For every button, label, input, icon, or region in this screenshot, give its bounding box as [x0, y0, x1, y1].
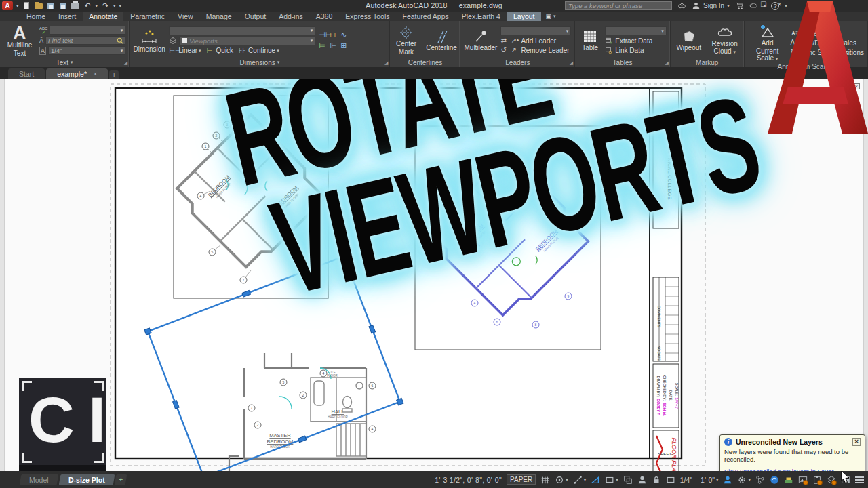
- hardware-acceleration-icon[interactable]: [770, 475, 779, 485]
- sign-in-dropdown-icon[interactable]: ▾: [727, 3, 730, 9]
- sign-in-button[interactable]: Sign In ▾: [692, 1, 730, 10]
- dim-style-combo[interactable]: ▾: [169, 26, 315, 35]
- file-tab-example[interactable]: example* ×: [46, 68, 108, 79]
- layout-tab-dsize-plot[interactable]: D-size Plot: [58, 474, 115, 485]
- drawing-canvas[interactable]: RENTON TECHNICAL COLLEGE COMMENTS NO DAT…: [0, 79, 868, 471]
- text-style-combo[interactable]: ▾: [50, 26, 125, 35]
- paper-model-toggle[interactable]: PAPER: [507, 474, 536, 485]
- help-dropdown-icon[interactable]: ▾: [785, 3, 787, 9]
- grid-display-icon[interactable]: [540, 475, 550, 485]
- redo-dropdown-icon[interactable]: ▾: [113, 3, 116, 9]
- panel-centerlines-label[interactable]: Centerlines: [390, 58, 460, 67]
- viewport-lock-icon[interactable]: [623, 475, 633, 485]
- clean-screen-icon[interactable]: [841, 475, 850, 485]
- dim-layer-combo[interactable]: Viewports ▾: [179, 37, 315, 45]
- panel-text-launcher-icon[interactable]: ◢: [124, 60, 127, 66]
- open-file-icon[interactable]: [35, 2, 43, 10]
- tab-manage[interactable]: Manage: [200, 12, 238, 21]
- close-button[interactable]: ×: [778, 1, 782, 8]
- new-layout-button[interactable]: +: [115, 474, 127, 485]
- annotation-scale-sync-icon[interactable]: [723, 475, 732, 485]
- table-style-combo[interactable]: ▾: [605, 26, 667, 35]
- annotation-monitor-icon[interactable]: [755, 475, 765, 485]
- revision-cloud-button[interactable]: Revision Cloud ▾: [710, 25, 740, 56]
- app-menu-button[interactable]: A: [2, 1, 13, 10]
- file-tab-close-icon[interactable]: ×: [94, 70, 97, 77]
- undo-dropdown-icon[interactable]: ▾: [96, 3, 98, 9]
- panel-tables-label[interactable]: Tables: [575, 58, 670, 67]
- linear-button[interactable]: ⊢⊣Linear▾: [169, 47, 201, 55]
- save-icon[interactable]: [47, 2, 56, 10]
- tab-view[interactable]: View: [172, 12, 199, 21]
- tab-insert[interactable]: Insert: [52, 12, 82, 21]
- ribbon-collapse-dropdown-icon[interactable]: ▾: [553, 14, 556, 19]
- app-menu-dropdown-icon[interactable]: ▾: [16, 3, 19, 9]
- tab-express-tools[interactable]: Express Tools: [339, 12, 395, 21]
- workspace-switching-control[interactable]: ▾: [737, 475, 751, 485]
- customization-menu-icon[interactable]: [855, 476, 864, 483]
- panel-text-label[interactable]: Text▾: [0, 58, 129, 67]
- leader-collect-icon[interactable]: ⇄: [500, 37, 509, 45]
- add-leader-button[interactable]: ⇄ ↗• Add Leader: [500, 37, 571, 45]
- link-data-button[interactable]: Link Data: [605, 46, 667, 54]
- panel-markup-label[interactable]: Markup: [671, 58, 744, 67]
- multileader-button[interactable]: Multileader: [464, 29, 497, 52]
- table-button[interactable]: Table: [578, 29, 601, 52]
- centerline-button[interactable]: Centerline: [425, 29, 458, 52]
- dim-jog-line-icon[interactable]: ∿: [340, 30, 349, 39]
- new-file-icon[interactable]: [22, 2, 31, 10]
- text-align-icon[interactable]: Ā: [39, 37, 43, 44]
- mleader-style-combo[interactable]: ▾: [500, 26, 571, 35]
- viewport-scale-control[interactable]: 1/4" = 1'-0"▾: [680, 476, 719, 484]
- dim-override-icon[interactable]: ⊞: [340, 41, 349, 49]
- table-style-dropdown-icon[interactable]: ▾: [661, 28, 664, 34]
- dim-adjust-space-icon[interactable]: ⊟: [330, 30, 338, 39]
- search-input[interactable]: [565, 1, 672, 10]
- polar-tracking-control[interactable]: ▾: [573, 475, 587, 485]
- unreconciled-layers-control[interactable]: [827, 475, 836, 485]
- panel-leaders-label[interactable]: Leaders: [460, 58, 574, 67]
- save-as-icon[interactable]: [59, 2, 68, 10]
- mleader-style-dropdown-icon[interactable]: ▾: [566, 28, 569, 34]
- tab-annotate[interactable]: Annotate: [83, 12, 123, 21]
- tab-output[interactable]: Output: [239, 12, 273, 21]
- tab-featured-apps[interactable]: Featured Apps: [396, 12, 454, 21]
- panel-tables-launcher-icon[interactable]: ◢: [665, 60, 668, 66]
- drawing-minimize-icon[interactable]: –: [830, 83, 837, 89]
- dim-layer-dropdown-icon[interactable]: ▾: [311, 38, 313, 43]
- continue-dimension-button[interactable]: ⊦⊦Continue▾: [239, 47, 279, 55]
- new-drawing-tab-button[interactable]: +: [109, 70, 119, 79]
- tab-layout[interactable]: Layout: [507, 12, 541, 21]
- object-snap-control[interactable]: ▾: [605, 475, 618, 485]
- annotation-visibility-icon[interactable]: [637, 475, 647, 485]
- find-text-input[interactable]: [45, 36, 125, 45]
- sync-scale-positions-button[interactable]: ↻ Sync Scale Positions: [791, 48, 864, 56]
- trusted-paths-control[interactable]: [812, 475, 822, 485]
- text-height-dropdown-icon[interactable]: ▾: [121, 48, 123, 54]
- spell-check-icon[interactable]: ABC✓: [39, 26, 47, 35]
- panel-leaders-launcher-icon[interactable]: ◢: [570, 60, 573, 66]
- file-tab-start[interactable]: Start: [8, 68, 45, 79]
- add-current-scale-button[interactable]: Add Current Scale ▾: [748, 23, 787, 63]
- tab-parametric[interactable]: Parametric: [124, 12, 171, 21]
- tab-addins[interactable]: Add-ins: [273, 12, 309, 21]
- drawing-restore-icon[interactable]: ❏: [842, 83, 848, 89]
- snap-mode-control[interactable]: ▾: [555, 475, 568, 485]
- isolate-objects-control[interactable]: [798, 475, 808, 485]
- panel-dimensions-launcher-icon[interactable]: ◢: [384, 60, 388, 66]
- center-mark-button[interactable]: CenterMark: [393, 25, 420, 56]
- multiline-text-button[interactable]: A Multiline Text: [3, 24, 36, 57]
- notification-close-icon[interactable]: ✕: [852, 438, 861, 446]
- dim-update-icon[interactable]: ⊨: [319, 41, 327, 49]
- tab-home[interactable]: Home: [20, 12, 52, 21]
- dim-style-dropdown-icon[interactable]: ▾: [311, 28, 313, 33]
- autoscale-lock-icon[interactable]: [652, 475, 661, 485]
- annotation-objects-icon[interactable]: [666, 475, 675, 485]
- minimize-button[interactable]: –: [746, 1, 750, 8]
- panel-annotation-scaling-label[interactable]: Annotation Scaling: [745, 63, 867, 70]
- find-text-icon[interactable]: [116, 37, 124, 45]
- right-scrollbar-strip[interactable]: [863, 79, 868, 471]
- text-style-dropdown-icon[interactable]: ▾: [121, 28, 123, 33]
- isometric-drafting-icon[interactable]: [591, 475, 600, 485]
- extract-data-button[interactable]: Extract Data: [605, 37, 667, 45]
